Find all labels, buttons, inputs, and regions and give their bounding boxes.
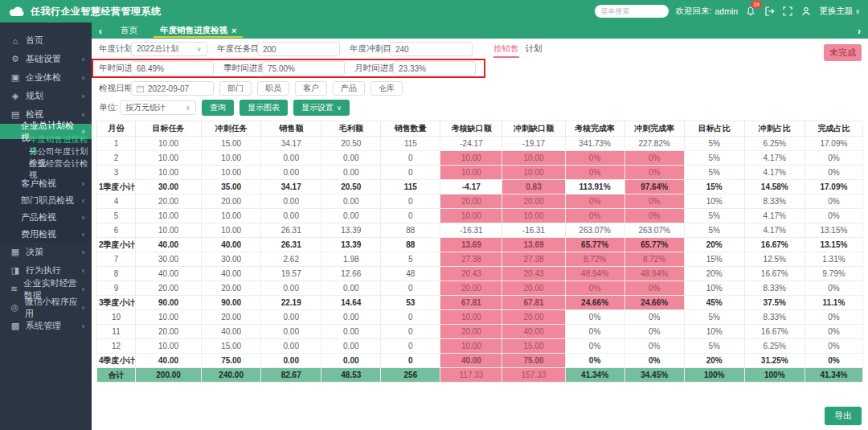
show-chart-button[interactable]: 显示图表 — [240, 100, 288, 116]
sidebar-item-product-review[interactable]: 产品检视∨ — [0, 209, 92, 226]
sidebar-item-company-check[interactable]: ▣企业体检∨ — [0, 68, 92, 87]
system-icon: ▩ — [10, 321, 21, 331]
cell: 8.72% — [624, 252, 684, 267]
cell: 37.5% — [744, 296, 805, 310]
sidebar-item-expense-review[interactable]: 费用检视∨ — [0, 226, 92, 243]
notification-bell-icon[interactable]: 19 — [745, 6, 756, 17]
display-settings-button[interactable]: 显示设置∨ — [293, 100, 350, 116]
menu-search-input[interactable] — [595, 5, 669, 18]
chevron-down-icon: ∨ — [81, 93, 85, 100]
department-button[interactable]: 部门 — [219, 81, 252, 96]
cell: 41.34% — [805, 368, 862, 383]
sidebar-item-business-accounting-review[interactable]: 企业经营会计检视 — [0, 163, 92, 175]
cell: 0% — [805, 310, 862, 325]
annual-sprint-target-input[interactable]: 240 — [390, 42, 473, 56]
export-button[interactable]: 导出 — [825, 407, 862, 425]
quarter-time-progress-input[interactable]: 75.00% — [262, 61, 345, 76]
tab-annual-sales-progress[interactable]: 年度销售进度检视× — [149, 23, 248, 39]
cell: 0.00 — [321, 151, 381, 166]
sidebar-item-decision[interactable]: ▦决策∨ — [0, 243, 92, 261]
sidebar-item-basic-settings-label: 基础设置 — [26, 53, 61, 65]
user-profile-icon[interactable] — [800, 6, 812, 17]
cell: 10.00 — [136, 310, 202, 325]
cell: 10.00 — [136, 166, 202, 180]
sidebar-item-department-staff-review[interactable]: 部门职员检视∨ — [0, 192, 92, 209]
cell: 0 — [381, 195, 440, 209]
cell: 27.38 — [440, 252, 502, 267]
table-row: 210.0010.000.000.00010.0010.000%0%5%4.17… — [97, 151, 863, 166]
sidebar-item-home[interactable]: ⌂首页 — [0, 31, 92, 50]
cell: 0.00 — [261, 339, 321, 354]
cell: 20.00 — [202, 195, 261, 209]
annual-task-target-input[interactable]: 200 — [257, 42, 340, 56]
product-button[interactable]: 产品 — [333, 81, 365, 96]
fullscreen-icon[interactable] — [782, 6, 793, 17]
quarter-time-progress-input-label: 季时间进度: — [223, 63, 262, 74]
cell: 27.38 — [502, 252, 565, 267]
tabs-back-chevron-icon[interactable]: ‹ — [92, 25, 109, 37]
cell: 0% — [805, 195, 862, 209]
sidebar-item-wechat-mini-app[interactable]: ◎微信小程序应用∨ — [0, 298, 92, 317]
tab-home[interactable]: 首页 — [109, 23, 149, 39]
cell: 48.94% — [624, 267, 684, 281]
table-row: 610.0010.0026.3113.3988-16.31-16.31263.0… — [97, 223, 863, 238]
cell: 0% — [565, 195, 624, 209]
change-theme-dropdown[interactable]: 更换主题 ∨ — [819, 6, 860, 17]
sidebar-item-basic-settings[interactable]: ⚙基础设置∨ — [0, 50, 92, 68]
cell: 5 — [97, 209, 136, 223]
cell: 13.69 — [440, 238, 502, 252]
tabs-forward-chevron-icon[interactable]: › — [850, 25, 868, 37]
annual-plan-select[interactable]: 2022总计划∨ — [131, 42, 207, 56]
cell: 10.00 — [202, 209, 261, 223]
warehouse-button[interactable]: 仓库 — [371, 81, 403, 96]
cell: 10% — [684, 281, 744, 296]
cell: 115 — [381, 180, 440, 195]
cell: 5% — [684, 137, 744, 151]
query-button-label: 查询 — [210, 102, 226, 113]
cell: 17.09% — [805, 137, 862, 151]
query-button[interactable]: 查询 — [202, 100, 234, 116]
cell: 13.39 — [321, 223, 381, 238]
cell: 0% — [805, 339, 862, 354]
by-sales-link[interactable]: 按销售 — [493, 43, 519, 55]
cell: 0.00 — [261, 325, 321, 339]
cell: -16.31 — [440, 223, 502, 238]
logout-icon[interactable] — [764, 6, 775, 17]
cell: 3 — [97, 166, 136, 180]
cell: 24.66% — [565, 296, 624, 310]
review-date-input[interactable]: 2022-09-07 — [131, 81, 214, 96]
cell: 227.82% — [624, 137, 684, 151]
col-header-12: 完成占比 — [805, 121, 862, 137]
year-time-progress-input-value: 68.49% — [137, 64, 164, 73]
year-time-progress-input[interactable]: 68.49% — [131, 61, 214, 76]
cell: 11 — [97, 325, 136, 339]
month-time-progress-input[interactable]: 23.33% — [393, 61, 476, 76]
tab-close-icon[interactable]: × — [231, 26, 236, 35]
tab-annual-sales-progress-label: 年度销售进度检视 — [160, 25, 227, 36]
sidebar-item-planning[interactable]: ◈规划∨ — [0, 87, 92, 105]
chevron-down-icon: ∨ — [81, 305, 85, 311]
cell: 20% — [684, 238, 744, 252]
display-settings-button-label: 显示设置 — [301, 102, 334, 113]
table-row: 3季度小计90.0090.0022.1914.645367.8167.8124.… — [97, 296, 863, 310]
staff-button[interactable]: 职员 — [257, 81, 289, 96]
cell: 0 — [381, 325, 440, 339]
col-header-9: 冲刺完成率 — [624, 121, 684, 137]
quarter-time-progress-input-value: 75.00% — [268, 64, 295, 73]
chevron-down-icon: ∨ — [81, 215, 85, 221]
main-content: 未完成 年度计划:2022总计划∨年度任务目标:200年度冲刺目标:240按销售… — [92, 39, 868, 430]
table-row: 310.0010.000.000.00010.0010.000%0%5%4.17… — [97, 166, 863, 180]
cell: 13.69 — [502, 238, 565, 252]
col-header-2: 冲刺任务 — [202, 121, 261, 137]
cell: 10.00 — [440, 209, 502, 223]
unit-label: 单位: — [99, 102, 120, 113]
customer-button[interactable]: 客户 — [295, 81, 327, 96]
table-row: 420.0020.000.000.00020.0020.000%0%10%8.3… — [97, 195, 863, 209]
cell: 30.00 — [136, 252, 202, 267]
cell: 20.00 — [136, 281, 202, 296]
chevron-down-icon: ∨ — [81, 231, 85, 238]
plan-link[interactable]: 计划 — [526, 43, 542, 55]
unit-select[interactable]: 按万元统计∨ — [120, 100, 196, 115]
cell: 65.77% — [565, 238, 624, 252]
realtime-data-icon: ≋ — [10, 284, 18, 294]
